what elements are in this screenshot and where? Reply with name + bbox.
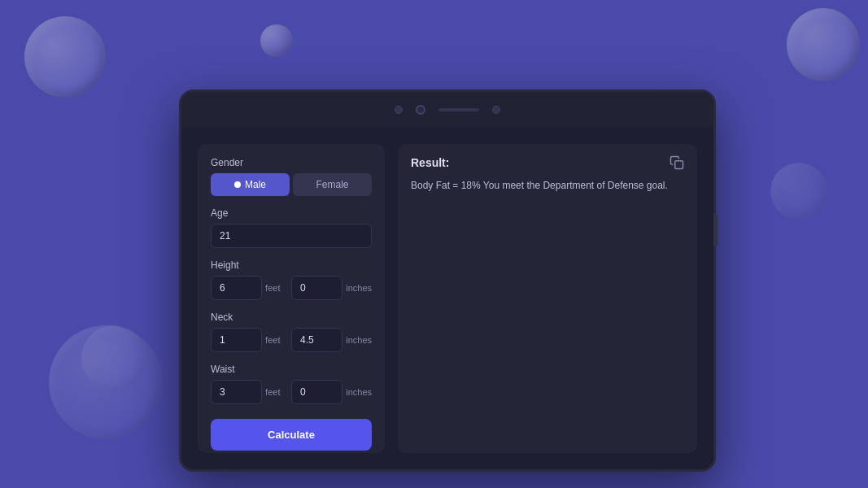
neck-inches-input[interactable] bbox=[291, 328, 342, 352]
waist-label: Waist bbox=[211, 364, 372, 375]
bg-bubble-top-right bbox=[787, 8, 860, 81]
calculate-label: Calculate bbox=[268, 429, 315, 441]
neck-field-group: Neck feet inches bbox=[211, 312, 372, 352]
waist-field-group: Waist feet inches bbox=[211, 364, 372, 404]
copy-icon[interactable] bbox=[670, 155, 684, 170]
neck-feet-input[interactable] bbox=[211, 328, 262, 352]
neck-feet-unit: feet bbox=[265, 335, 288, 345]
radio-male-icon bbox=[234, 181, 241, 188]
speaker-icon bbox=[438, 108, 479, 111]
waist-inputs: feet inches bbox=[211, 380, 372, 404]
neck-inputs: feet inches bbox=[211, 328, 372, 352]
gender-male-label: Male bbox=[245, 179, 266, 190]
height-feet-unit: feet bbox=[265, 283, 288, 293]
bg-bubble-mid-right bbox=[770, 163, 827, 220]
camera-right-icon bbox=[492, 106, 500, 114]
waist-feet-unit: feet bbox=[265, 387, 288, 397]
tablet-side-button bbox=[713, 214, 718, 246]
height-label: Height bbox=[211, 259, 372, 271]
height-inches-input[interactable] bbox=[291, 276, 342, 300]
form-panel: Gender Male Female Age Height bbox=[198, 144, 385, 453]
neck-inches-unit: inches bbox=[346, 335, 372, 345]
camera-left-icon bbox=[395, 106, 403, 114]
camera-center-icon bbox=[416, 105, 425, 115]
height-feet-input[interactable] bbox=[211, 276, 262, 300]
tablet-topbar bbox=[181, 92, 713, 128]
height-field-group: Height feet inches bbox=[211, 259, 372, 300]
bg-bubble-top-center bbox=[260, 24, 293, 57]
waist-inches-unit: inches bbox=[346, 387, 372, 397]
svg-rect-0 bbox=[675, 161, 683, 169]
gender-label: Gender bbox=[211, 157, 372, 168]
calculate-button[interactable]: Calculate bbox=[211, 419, 372, 451]
gender-female-label: Female bbox=[316, 179, 348, 190]
bg-bubble-mid-left2 bbox=[81, 325, 146, 390]
age-label: Age bbox=[211, 207, 372, 219]
waist-inches-input[interactable] bbox=[291, 380, 342, 404]
gender-female-button[interactable]: Female bbox=[293, 173, 372, 196]
height-inputs: feet inches bbox=[211, 276, 372, 300]
neck-label: Neck bbox=[211, 312, 372, 323]
gender-field-group: Gender Male Female bbox=[211, 157, 372, 196]
result-text: Body Fat = 18% You meet the Department o… bbox=[411, 178, 684, 194]
height-inches-unit: inches bbox=[346, 283, 372, 293]
gender-male-button[interactable]: Male bbox=[211, 173, 290, 196]
result-header: Result: bbox=[411, 155, 684, 170]
result-title: Result: bbox=[411, 156, 449, 169]
gender-toggle: Male Female bbox=[211, 173, 372, 196]
result-panel: Result: Body Fat = 18% You meet the Depa… bbox=[398, 144, 697, 453]
age-input[interactable] bbox=[211, 224, 372, 248]
tablet-device: Gender Male Female Age Height bbox=[179, 89, 716, 472]
age-field-group: Age bbox=[211, 207, 372, 248]
tablet-content: Gender Male Female Age Height bbox=[181, 128, 713, 469]
bg-bubble-top-left bbox=[24, 16, 106, 98]
waist-feet-input[interactable] bbox=[211, 380, 262, 404]
